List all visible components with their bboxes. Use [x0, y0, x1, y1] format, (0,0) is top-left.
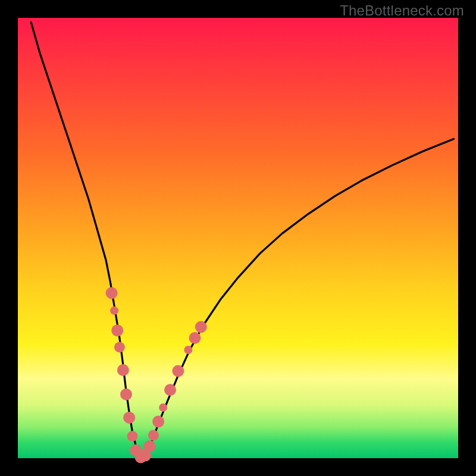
highlight-dot — [127, 431, 137, 441]
highlight-dot — [110, 306, 118, 315]
highlight-dot — [195, 321, 207, 333]
highlight-dot — [184, 346, 192, 354]
highlight-dot — [123, 412, 135, 424]
plot-background — [18, 18, 458, 458]
chart-canvas — [0, 0, 476, 476]
highlight-dot — [189, 332, 201, 344]
highlight-dot — [114, 342, 125, 353]
watermark-text: TheBottleneck.com — [340, 2, 464, 19]
highlight-dot — [120, 389, 132, 400]
highlight-dot — [152, 416, 164, 428]
highlight-dot — [111, 324, 123, 336]
highlight-dot — [159, 403, 167, 412]
highlight-dot — [164, 384, 176, 396]
highlight-dot — [172, 365, 184, 377]
highlight-dot — [143, 440, 155, 452]
highlight-dot — [106, 287, 118, 299]
chart-frame: TheBottleneck.com — [0, 0, 476, 476]
highlight-dot — [117, 364, 129, 376]
highlight-dot — [148, 430, 159, 441]
